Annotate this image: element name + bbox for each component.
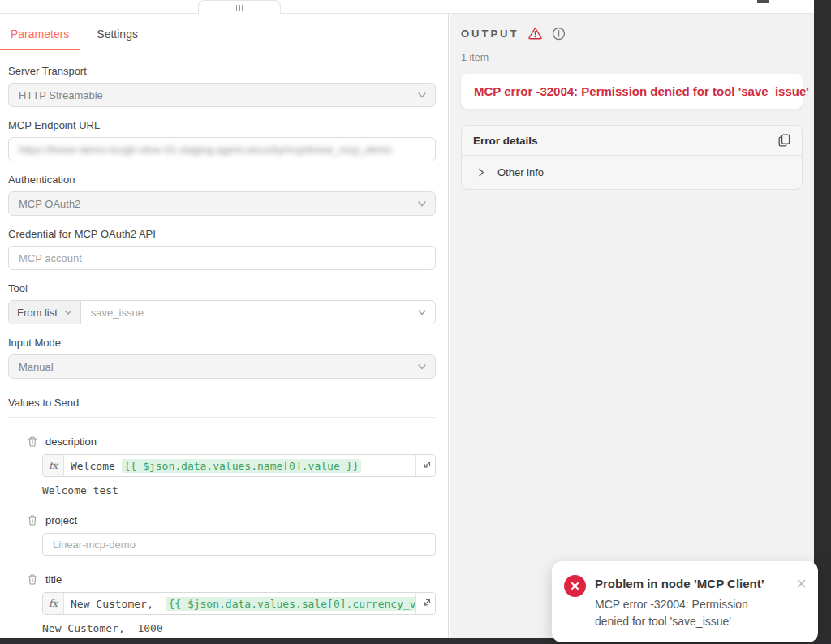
toast-title: Problem in node ’MCP Client’ bbox=[595, 577, 764, 590]
panel-top-strip bbox=[0, 0, 814, 14]
output-error-item: MCP error -32004: Permission denied for … bbox=[461, 74, 803, 109]
values-to-send-label: Values to Send bbox=[8, 397, 79, 409]
output-title: OUTPUT bbox=[461, 28, 519, 40]
tool-combo: From list save_issue bbox=[8, 300, 436, 324]
endpoint-url-label: MCP Endpoint URL bbox=[8, 119, 436, 131]
credential-label: Credential for MCP OAuth2 API bbox=[8, 228, 436, 240]
output-error-message: MCP error -32004: Permission denied for … bbox=[474, 84, 809, 98]
authentication-value: MCP OAuth2 bbox=[9, 198, 80, 210]
authentication-select[interactable]: MCP OAuth2 bbox=[8, 191, 436, 216]
fx-icon: fx bbox=[43, 455, 64, 476]
toast-message: MCP error -32004: Permission denied for … bbox=[595, 596, 781, 629]
field-tool: Tool From list save_issue bbox=[8, 282, 436, 324]
field-authentication: Authentication MCP OAuth2 bbox=[8, 174, 436, 216]
other-info-label: Other info bbox=[497, 166, 544, 178]
chevron-down-icon bbox=[64, 309, 72, 316]
chevron-down-icon bbox=[417, 200, 427, 208]
field-input-mode: Input Mode Manual bbox=[8, 337, 436, 379]
toast-body: Problem in node ’MCP Client’ MCP error -… bbox=[595, 575, 807, 629]
canvas-edge bbox=[814, 0, 831, 644]
chevron-right-icon bbox=[478, 168, 484, 177]
warning-triangle-icon bbox=[527, 27, 543, 41]
server-transport-select[interactable]: HTTP Streamable bbox=[8, 83, 436, 107]
error-details-card: Error details Other info bbox=[461, 125, 803, 190]
panel-resize-handle[interactable] bbox=[198, 0, 281, 14]
error-toast: Problem in node ’MCP Client’ MCP error -… bbox=[552, 561, 818, 642]
tool-label: Tool bbox=[8, 282, 436, 294]
expression-text: New Customer, {{ $json.data.values.sale[… bbox=[64, 593, 416, 614]
value-item-description: description fx Welcome {{ $json.data.val… bbox=[8, 436, 436, 496]
tab-parameters[interactable]: Parameters bbox=[0, 23, 80, 50]
input-mode-select[interactable]: Manual bbox=[8, 354, 436, 379]
tool-value[interactable]: save_issue bbox=[81, 307, 144, 319]
field-credential: Credential for MCP OAuth2 API MCP accoun… bbox=[8, 228, 436, 270]
values-list: description fx Welcome {{ $json.data.val… bbox=[8, 436, 436, 634]
value-item-project: project Linear-mcp-demo bbox=[8, 514, 436, 556]
node-settings-panel: Parameters Settings Server Transport HTT… bbox=[0, 14, 449, 638]
field-endpoint-url: MCP Endpoint URL https://linear-demo-tou… bbox=[8, 119, 436, 161]
expression-input[interactable]: fx New Customer, {{ $json.data.values.sa… bbox=[42, 592, 436, 615]
value-item-titie: titie fx New Customer, {{ $json.data.val… bbox=[8, 573, 436, 634]
endpoint-url-input[interactable]: https://linear-demo-tough-olive-51.stagi… bbox=[8, 137, 436, 161]
error-details-title: Error details bbox=[473, 135, 538, 147]
chevron-down-icon bbox=[417, 363, 427, 371]
text-input-value: Linear-mcp-demo bbox=[53, 539, 136, 551]
expression-preview: New Customer, 1000 bbox=[42, 622, 436, 634]
value-name: project bbox=[45, 514, 77, 526]
error-circle-icon bbox=[564, 575, 586, 597]
parameters-form: Server Transport HTTP Streamable MCP End… bbox=[0, 50, 448, 638]
chevron-down-icon bbox=[417, 91, 427, 99]
credential-select[interactable]: MCP account bbox=[8, 246, 436, 270]
error-details-header: Error details bbox=[462, 126, 802, 156]
grip-icon bbox=[236, 5, 243, 11]
close-icon[interactable] bbox=[796, 578, 807, 589]
delete-value-button[interactable] bbox=[27, 436, 38, 448]
delete-value-button[interactable] bbox=[27, 514, 38, 526]
expression-input[interactable]: fx Welcome {{ $json.data.values.name[0].… bbox=[42, 454, 436, 477]
endpoint-url-value: https://linear-demo-tough-olive-51.stagi… bbox=[9, 144, 392, 156]
input-mode-label: Input Mode bbox=[8, 337, 436, 349]
copy-icon[interactable] bbox=[778, 134, 790, 147]
authentication-label: Authentication bbox=[8, 174, 436, 186]
expression-text: Welcome {{ $json.data.values.name[0].val… bbox=[64, 455, 416, 476]
output-panel: OUTPUT 1 item MCP error -32004: Permissi… bbox=[450, 14, 814, 638]
canvas-artifact bbox=[757, 0, 769, 3]
tab-settings[interactable]: Settings bbox=[86, 23, 149, 50]
other-info-row[interactable]: Other info bbox=[462, 156, 802, 189]
fx-icon: fx bbox=[43, 593, 64, 614]
output-header: OUTPUT bbox=[461, 27, 803, 41]
open-expression-editor-icon[interactable] bbox=[416, 593, 435, 614]
values-to-send-section: Values to Send description bbox=[8, 395, 436, 634]
settings-tabs: Parameters Settings bbox=[0, 23, 448, 50]
chevron-down-icon bbox=[417, 308, 427, 316]
input-mode-value: Manual bbox=[9, 361, 54, 373]
open-expression-editor-icon[interactable] bbox=[416, 455, 435, 476]
value-name: description bbox=[45, 436, 97, 448]
credential-value: MCP account bbox=[9, 252, 82, 264]
delete-value-button[interactable] bbox=[27, 573, 38, 586]
server-transport-label: Server Transport bbox=[8, 65, 436, 77]
field-server-transport: Server Transport HTTP Streamable bbox=[8, 65, 436, 107]
divider bbox=[8, 417, 436, 418]
server-transport-value: HTTP Streamable bbox=[9, 89, 103, 101]
value-name: titie bbox=[45, 573, 62, 586]
node-detail-view: Parameters Settings Server Transport HTT… bbox=[0, 0, 831, 644]
output-items-count: 1 item bbox=[461, 52, 803, 63]
text-input[interactable]: Linear-mcp-demo bbox=[42, 533, 436, 556]
info-circle-icon[interactable] bbox=[552, 27, 566, 41]
tool-mode-value: From list bbox=[17, 307, 58, 319]
expression-preview: Welcome test bbox=[42, 484, 436, 496]
tool-mode-select[interactable]: From list bbox=[9, 301, 81, 324]
